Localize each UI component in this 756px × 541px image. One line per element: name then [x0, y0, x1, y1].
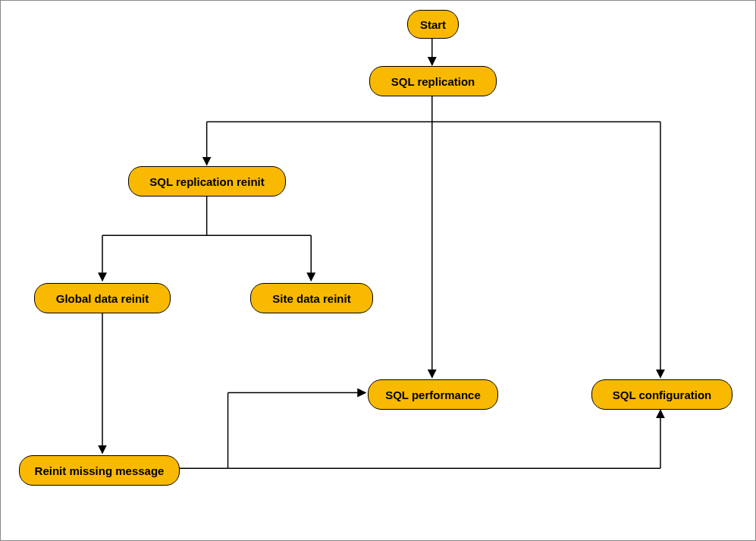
node-reinit-missing-message: Reinit missing message [19, 455, 180, 486]
node-sql-configuration: SQL configuration [591, 379, 732, 410]
node-sql-performance: SQL performance [368, 379, 498, 410]
node-site-data-reinit: Site data reinit [250, 283, 373, 313]
node-start: Start [407, 10, 459, 39]
flowchart-frame: Start SQL replication SQL replication re… [0, 0, 756, 541]
node-sql-replication: SQL replication [369, 66, 497, 96]
node-global-data-reinit: Global data reinit [34, 283, 171, 313]
node-sql-replication-reinit: SQL replication reinit [128, 166, 286, 197]
